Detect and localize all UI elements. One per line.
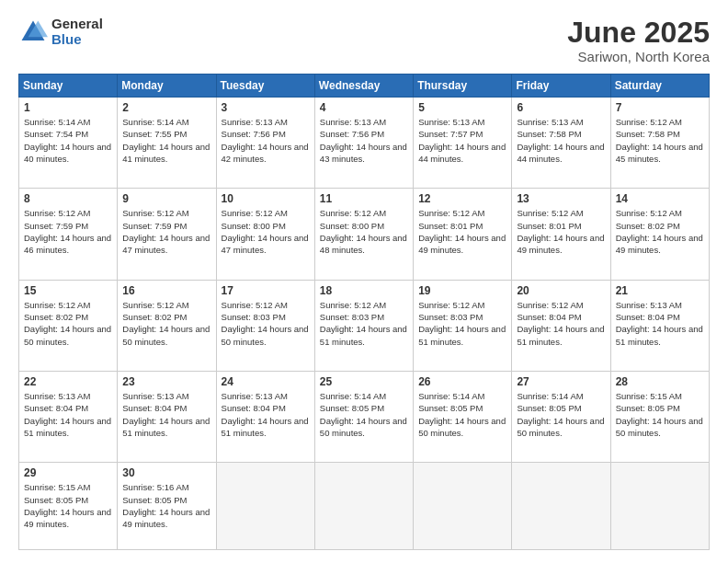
table-row: 1Sunrise: 5:14 AMSunset: 7:54 PMDaylight… <box>19 98 118 189</box>
header: General Blue June 2025 Sariwon, North Ko… <box>18 17 710 64</box>
table-row <box>314 463 413 550</box>
day-number: 6 <box>517 101 605 114</box>
day-number: 14 <box>616 192 704 205</box>
logo-blue: Blue <box>51 32 103 48</box>
day-number: 21 <box>616 284 704 297</box>
day-info: Sunrise: 5:12 AMSunset: 8:01 PMDaylight:… <box>418 208 506 255</box>
day-number: 22 <box>24 375 112 388</box>
day-info: Sunrise: 5:12 AMSunset: 7:59 PMDaylight:… <box>122 208 210 255</box>
table-row <box>512 463 610 550</box>
table-row: 30Sunrise: 5:16 AMSunset: 8:05 PMDayligh… <box>118 463 216 550</box>
header-wednesday: Wednesday <box>314 75 413 98</box>
table-row: 12Sunrise: 5:12 AMSunset: 8:01 PMDayligh… <box>414 189 512 280</box>
day-info: Sunrise: 5:14 AMSunset: 8:05 PMDaylight:… <box>320 391 407 438</box>
table-row: 3Sunrise: 5:13 AMSunset: 7:56 PMDaylight… <box>216 98 314 189</box>
day-info: Sunrise: 5:13 AMSunset: 7:56 PMDaylight:… <box>222 117 309 164</box>
header-friday: Friday <box>512 75 610 98</box>
table-row: 8Sunrise: 5:12 AMSunset: 7:59 PMDaylight… <box>19 189 118 280</box>
day-info: Sunrise: 5:16 AMSunset: 8:05 PMDaylight:… <box>122 482 210 529</box>
table-row: 26Sunrise: 5:14 AMSunset: 8:05 PMDayligh… <box>414 372 512 463</box>
logo-text: General Blue <box>51 17 103 47</box>
table-row <box>216 463 314 550</box>
header-thursday: Thursday <box>414 75 512 98</box>
table-row: 11Sunrise: 5:12 AMSunset: 8:00 PMDayligh… <box>314 189 413 280</box>
day-number: 2 <box>122 101 210 114</box>
logo-icon <box>18 17 48 47</box>
table-row: 5Sunrise: 5:13 AMSunset: 7:57 PMDaylight… <box>414 98 512 189</box>
calendar-week-row: 1Sunrise: 5:14 AMSunset: 7:54 PMDaylight… <box>19 98 710 189</box>
day-number: 10 <box>222 192 310 205</box>
day-number: 25 <box>320 375 408 388</box>
day-number: 3 <box>222 101 310 114</box>
day-number: 19 <box>418 284 506 297</box>
day-number: 27 <box>517 375 605 388</box>
day-info: Sunrise: 5:13 AMSunset: 8:04 PMDaylight:… <box>222 391 309 438</box>
day-info: Sunrise: 5:12 AMSunset: 8:02 PMDaylight:… <box>24 300 111 347</box>
table-row <box>414 463 512 550</box>
table-row: 2Sunrise: 5:14 AMSunset: 7:55 PMDaylight… <box>118 98 216 189</box>
header-monday: Monday <box>118 75 216 98</box>
day-number: 11 <box>320 192 408 205</box>
calendar-week-row: 22Sunrise: 5:13 AMSunset: 8:04 PMDayligh… <box>19 372 710 463</box>
table-row: 17Sunrise: 5:12 AMSunset: 8:03 PMDayligh… <box>216 280 314 371</box>
location: Sariwon, North Korea <box>567 49 710 64</box>
table-row: 20Sunrise: 5:12 AMSunset: 8:04 PMDayligh… <box>512 280 610 371</box>
day-info: Sunrise: 5:12 AMSunset: 8:01 PMDaylight:… <box>517 208 604 255</box>
month-title: June 2025 <box>567 17 710 49</box>
day-number: 30 <box>122 466 210 479</box>
table-row: 18Sunrise: 5:12 AMSunset: 8:03 PMDayligh… <box>314 280 413 371</box>
logo: General Blue <box>18 17 103 47</box>
day-number: 28 <box>616 375 704 388</box>
header-saturday: Saturday <box>610 75 709 98</box>
day-number: 4 <box>320 101 408 114</box>
day-number: 7 <box>616 101 704 114</box>
day-number: 16 <box>122 284 210 297</box>
day-number: 13 <box>517 192 605 205</box>
header-sunday: Sunday <box>19 75 118 98</box>
day-info: Sunrise: 5:13 AMSunset: 8:04 PMDaylight:… <box>616 300 703 347</box>
table-row: 13Sunrise: 5:12 AMSunset: 8:01 PMDayligh… <box>512 189 610 280</box>
calendar-table: Sunday Monday Tuesday Wednesday Thursday… <box>18 74 710 550</box>
table-row: 24Sunrise: 5:13 AMSunset: 8:04 PMDayligh… <box>216 372 314 463</box>
day-info: Sunrise: 5:15 AMSunset: 8:05 PMDaylight:… <box>24 482 111 529</box>
day-info: Sunrise: 5:12 AMSunset: 8:00 PMDaylight:… <box>222 208 309 255</box>
day-info: Sunrise: 5:14 AMSunset: 8:05 PMDaylight:… <box>517 391 604 438</box>
day-info: Sunrise: 5:12 AMSunset: 7:59 PMDaylight:… <box>24 208 111 255</box>
day-info: Sunrise: 5:14 AMSunset: 8:05 PMDaylight:… <box>418 391 506 438</box>
table-row: 15Sunrise: 5:12 AMSunset: 8:02 PMDayligh… <box>19 280 118 371</box>
header-tuesday: Tuesday <box>216 75 314 98</box>
table-row: 14Sunrise: 5:12 AMSunset: 8:02 PMDayligh… <box>610 189 709 280</box>
day-info: Sunrise: 5:12 AMSunset: 8:03 PMDaylight:… <box>418 300 506 347</box>
table-row: 29Sunrise: 5:15 AMSunset: 8:05 PMDayligh… <box>19 463 118 550</box>
calendar-week-row: 15Sunrise: 5:12 AMSunset: 8:02 PMDayligh… <box>19 280 710 371</box>
day-number: 20 <box>517 284 605 297</box>
calendar-header-row: Sunday Monday Tuesday Wednesday Thursday… <box>19 75 710 98</box>
table-row: 6Sunrise: 5:13 AMSunset: 7:58 PMDaylight… <box>512 98 610 189</box>
day-info: Sunrise: 5:12 AMSunset: 8:03 PMDaylight:… <box>222 300 309 347</box>
day-number: 24 <box>222 375 310 388</box>
table-row: 28Sunrise: 5:15 AMSunset: 8:05 PMDayligh… <box>610 372 709 463</box>
day-number: 15 <box>24 284 112 297</box>
table-row: 7Sunrise: 5:12 AMSunset: 7:58 PMDaylight… <box>610 98 709 189</box>
logo-general: General <box>51 17 103 32</box>
calendar-week-row: 8Sunrise: 5:12 AMSunset: 7:59 PMDaylight… <box>19 189 710 280</box>
day-info: Sunrise: 5:12 AMSunset: 8:04 PMDaylight:… <box>517 300 604 347</box>
table-row: 22Sunrise: 5:13 AMSunset: 8:04 PMDayligh… <box>19 372 118 463</box>
day-number: 1 <box>24 101 112 114</box>
day-info: Sunrise: 5:14 AMSunset: 7:55 PMDaylight:… <box>122 117 210 164</box>
table-row: 10Sunrise: 5:12 AMSunset: 8:00 PMDayligh… <box>216 189 314 280</box>
day-number: 26 <box>418 375 506 388</box>
page: General Blue June 2025 Sariwon, North Ko… <box>0 0 728 563</box>
table-row: 4Sunrise: 5:13 AMSunset: 7:56 PMDaylight… <box>314 98 413 189</box>
calendar-week-row: 29Sunrise: 5:15 AMSunset: 8:05 PMDayligh… <box>19 463 710 550</box>
table-row: 21Sunrise: 5:13 AMSunset: 8:04 PMDayligh… <box>610 280 709 371</box>
day-info: Sunrise: 5:12 AMSunset: 8:02 PMDaylight:… <box>122 300 210 347</box>
table-row: 27Sunrise: 5:14 AMSunset: 8:05 PMDayligh… <box>512 372 610 463</box>
title-block: June 2025 Sariwon, North Korea <box>567 17 710 64</box>
day-number: 5 <box>418 101 506 114</box>
table-row: 16Sunrise: 5:12 AMSunset: 8:02 PMDayligh… <box>118 280 216 371</box>
day-info: Sunrise: 5:12 AMSunset: 8:00 PMDaylight:… <box>320 208 407 255</box>
day-number: 18 <box>320 284 408 297</box>
day-number: 23 <box>122 375 210 388</box>
day-info: Sunrise: 5:13 AMSunset: 7:58 PMDaylight:… <box>517 117 604 164</box>
